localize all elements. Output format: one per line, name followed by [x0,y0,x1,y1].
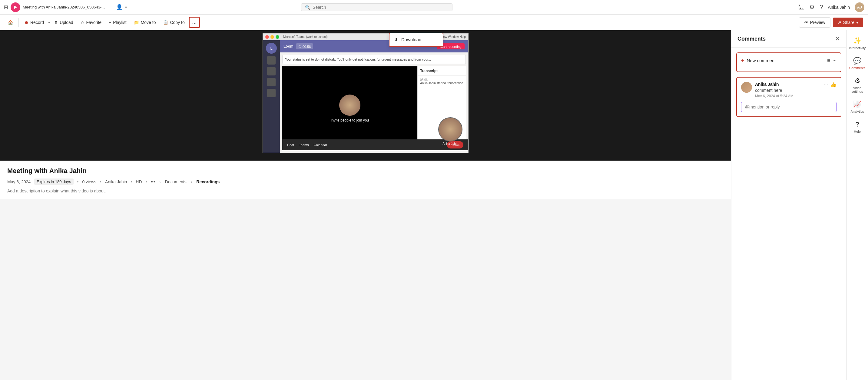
share-icon: ↗ [838,20,841,25]
plus-icon: + [741,57,744,64]
comment-author: Anika Jahin [755,82,779,87]
dropdown-menu: ⬇ Download [389,33,443,47]
more-options-button[interactable]: ... [189,17,200,28]
close-comments-button[interactable]: ✕ [835,35,840,42]
comment-text: comment here [755,88,821,93]
interactivity-label: Interactivity [849,46,866,50]
search-bar: 🔍 [301,3,453,11]
svg-marker-0 [14,5,17,9]
move-icon: 📁 [134,20,139,25]
breadcrumb-recordings[interactable]: Recordings [196,179,220,184]
breadcrumb-documents[interactable]: Documents [165,179,187,184]
comments-title: Comments [738,36,766,42]
upload-button[interactable]: ⬆ Upload [51,18,76,27]
settings-icon[interactable]: ⚙ [809,4,815,11]
interactivity-icon: ✨ [853,37,861,45]
more-dots[interactable]: ••• [151,179,155,184]
reply-input[interactable] [741,102,837,112]
video-container: Microsoft Teams (work or school) Edit Vi… [0,30,731,160]
comment-item: Anika Jahin comment here May 6, 2024 at … [736,77,841,117]
video-settings-icon: ⚙ [855,77,861,85]
views-count: 0 views [82,179,96,184]
nav-right-actions: ⛡ ⚙ ? Anika Jahin AJ [798,2,864,12]
user-name: Anika Jahin [828,5,850,10]
help-icon: ? [855,121,859,128]
analytics-icon: 📈 [853,100,861,109]
video-author: Anika Jahin [105,179,127,184]
video-screenshot: Microsoft Teams (work or school) Edit Vi… [262,33,468,153]
video-player[interactable]: Microsoft Teams (work or school) Edit Vi… [0,30,731,160]
playlist-button[interactable]: + Playlist [106,18,130,27]
sort-button[interactable]: ≡ [827,58,830,63]
analytics-label: Analytics [850,110,864,113]
comment-more-button[interactable]: ··· [824,82,828,88]
favorite-button[interactable]: ☆ Favorite [78,18,105,27]
home-button[interactable]: 🏠 [5,18,16,27]
video-meta: May 6, 2024 Expires in 180 days • 0 view… [7,178,724,185]
eye-icon: 👁 [804,20,808,25]
more-menu-container: ... ⬇ Download [189,17,200,28]
upload-icon: ⬆ [54,20,58,25]
new-comment-section: + New comment ≡ ··· [736,52,841,72]
plus-icon: + [109,20,111,25]
search-input[interactable] [313,5,448,10]
toolbar: 🏠 ⏺ Record ▾ ⬆ Upload ☆ Favorite + Playl… [0,14,868,30]
video-date: May 6, 2024 [7,179,31,184]
comment-avatar [741,82,752,93]
video-description: Add a description to explain what this v… [7,188,724,193]
chevron-down-icon[interactable]: ▾ [125,5,127,9]
more-options-button[interactable]: ··· [833,58,837,63]
comments-header: Comments ✕ [732,30,846,48]
avatar[interactable]: AJ [855,2,864,12]
home-icon: 🏠 [8,20,13,25]
toolbar-divider-1 [19,18,19,27]
copy-to-button[interactable]: 📋 Copy to [160,18,187,27]
main-area: Microsoft Teams (work or school) Edit Vi… [0,30,868,380]
page-title: Meeting with Anika Jahin-20240506_050643… [23,5,114,9]
video-area: Microsoft Teams (work or school) Edit Vi… [0,30,731,380]
video-title: Meeting with Anika Jahin [7,167,724,175]
right-sidebar: ✨ Interactivity 💬 Comments ⚙ Video setti… [846,30,868,380]
comments-label: Comments [849,66,865,70]
comments-icon: 💬 [853,57,861,65]
help-label: Help [854,130,861,133]
comment-time: May 6, 2024 at 5:24 AM [755,94,821,98]
share-button[interactable]: ↗ Share ▾ [833,18,863,27]
comment-top: Anika Jahin comment here May 6, 2024 at … [741,82,837,98]
sidebar-help[interactable]: ? Help [846,118,868,136]
sidebar-video-settings[interactable]: ⚙ Video settings [846,74,868,96]
video-settings-label: Video settings [849,86,866,93]
person-overlay-label: Anika Jahin [442,142,458,145]
record-chevron[interactable]: ▾ [48,20,50,25]
comments-panel: Comments ✕ + New comment ≡ ··· Anika Jah… [731,30,846,380]
help-icon[interactable]: ? [819,4,823,10]
share-chevron: ▾ [856,20,858,25]
sidebar-interactivity[interactable]: ✨ Interactivity [846,34,868,53]
toolbar-right: 👁 Preview ↗ Share ▾ [799,17,863,28]
preview-button[interactable]: 👁 Preview [799,17,831,28]
top-nav: ⊞ Meeting with Anika Jahin-20240506_0506… [0,0,868,14]
download-icon: ⬇ [394,37,398,42]
expires-badge: Expires in 180 days [34,178,73,185]
share-person-icon[interactable]: 👤 [116,4,123,10]
sidebar-analytics[interactable]: 📈 Analytics [846,97,868,116]
record-button[interactable]: ⏺ Record [21,18,47,27]
record-icon: ⏺ [24,20,28,25]
comment-body: Anika Jahin comment here May 6, 2024 at … [755,82,821,98]
comment-actions: ··· 👍 [824,82,837,88]
new-comment-header: + New comment ≡ ··· [741,57,837,64]
app-logo [10,2,20,12]
star-icon: ☆ [81,20,85,25]
video-info: Meeting with Anika Jahin May 6, 2024 Exp… [0,160,731,199]
download-item[interactable]: ⬇ Download [390,33,443,46]
broadcast-icon[interactable]: ⛡ [798,4,804,10]
search-icon: 🔍 [305,5,310,10]
sidebar-comments[interactable]: 💬 Comments [846,54,868,73]
comment-like-button[interactable]: 👍 [831,82,837,88]
move-to-button[interactable]: 📁 Move to [131,18,159,27]
copy-icon: 📋 [163,20,168,25]
grid-icon[interactable]: ⊞ [4,4,8,10]
video-quality: HD [136,179,142,184]
new-comment-label: New comment [747,58,825,63]
